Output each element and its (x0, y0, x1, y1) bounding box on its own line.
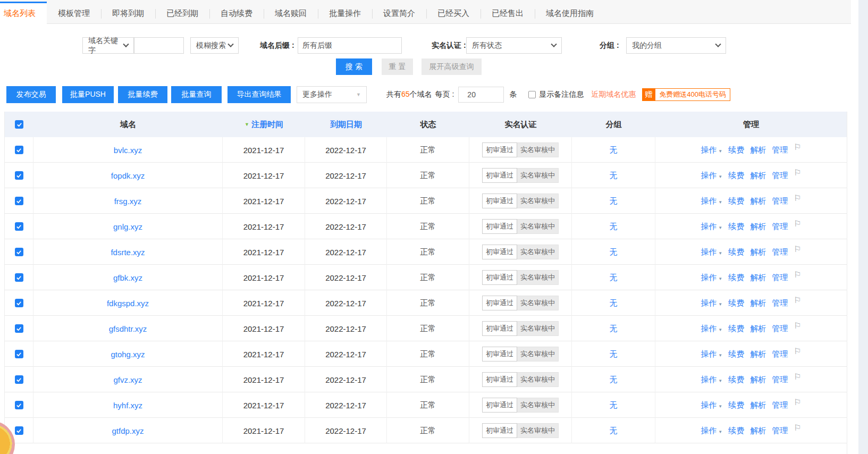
flag-icon[interactable]: ⚐ (794, 142, 801, 152)
renew-link[interactable]: 续费 (728, 196, 744, 206)
flag-icon[interactable]: ⚐ (794, 167, 801, 178)
row-checkbox[interactable] (15, 350, 23, 358)
renew-link[interactable]: 续费 (728, 426, 744, 436)
operate-dropdown-link[interactable]: 操作▼ (701, 171, 722, 181)
row-checkbox[interactable] (15, 299, 23, 307)
operate-dropdown-link[interactable]: 操作▼ (701, 375, 722, 385)
tab-item[interactable]: 即将到期 (101, 2, 155, 23)
batch-push-button[interactable]: 批量PUSH (62, 86, 114, 103)
publish-trade-button[interactable]: 发布交易 (6, 86, 56, 103)
flag-icon[interactable]: ⚐ (794, 244, 801, 254)
row-checkbox[interactable] (15, 273, 23, 282)
manage-link[interactable]: 管理 (772, 298, 788, 308)
group-link[interactable]: 无 (610, 222, 618, 232)
flag-icon[interactable]: ⚐ (794, 270, 801, 280)
manage-link[interactable]: 管理 (772, 349, 788, 359)
renew-link[interactable]: 续费 (728, 222, 744, 232)
row-checkbox[interactable] (15, 426, 23, 435)
renew-link[interactable]: 续费 (728, 171, 744, 181)
group-link[interactable]: 无 (610, 324, 618, 334)
renew-link[interactable]: 续费 (728, 273, 744, 283)
row-checkbox[interactable] (15, 248, 23, 256)
flag-icon[interactable]: ⚐ (794, 295, 801, 305)
group-link[interactable]: 无 (610, 247, 618, 257)
promo-link[interactable]: 近期域名优惠 (591, 90, 636, 99)
manage-link[interactable]: 管理 (772, 375, 788, 385)
renew-link[interactable]: 续费 (728, 298, 744, 308)
manage-link[interactable]: 管理 (772, 145, 788, 155)
group-link[interactable]: 无 (610, 400, 618, 410)
per-page-input[interactable] (458, 87, 504, 103)
batch-renew-button[interactable]: 批量续费 (118, 86, 167, 103)
dns-resolve-link[interactable]: 解析 (750, 196, 766, 206)
group-link[interactable]: 无 (610, 349, 618, 359)
group-link[interactable]: 无 (610, 196, 618, 206)
gift-promo[interactable]: 赠 免费赠送400电话号码 (642, 88, 730, 101)
manage-link[interactable]: 管理 (772, 400, 788, 410)
tab-item[interactable]: 域名列表 (0, 2, 47, 24)
operate-dropdown-link[interactable]: 操作▼ (701, 222, 722, 232)
renew-link[interactable]: 续费 (728, 247, 744, 257)
group-link[interactable]: 无 (610, 298, 618, 308)
row-checkbox[interactable] (15, 197, 23, 205)
dns-resolve-link[interactable]: 解析 (750, 145, 766, 155)
dns-resolve-link[interactable]: 解析 (750, 222, 766, 232)
row-checkbox[interactable] (15, 401, 23, 409)
operate-dropdown-link[interactable]: 操作▼ (701, 324, 722, 334)
dns-resolve-link[interactable]: 解析 (750, 298, 766, 308)
row-checkbox[interactable] (15, 324, 23, 333)
operate-dropdown-link[interactable]: 操作▼ (701, 349, 722, 359)
flag-icon[interactable]: ⚐ (794, 423, 801, 433)
scrollbar-track[interactable] (858, 0, 868, 454)
flag-icon[interactable]: ⚐ (794, 346, 801, 356)
tab-item[interactable]: 域名赎回 (264, 2, 318, 23)
dns-resolve-link[interactable]: 解析 (750, 324, 766, 334)
manage-link[interactable]: 管理 (772, 247, 788, 257)
renew-link[interactable]: 续费 (728, 145, 744, 155)
tab-item[interactable]: 设置简介 (372, 2, 426, 23)
tab-item[interactable]: 已经到期 (155, 2, 209, 23)
manage-link[interactable]: 管理 (772, 196, 788, 206)
domain-link[interactable]: gtfdp.xyz (112, 426, 144, 435)
dns-resolve-link[interactable]: 解析 (750, 400, 766, 410)
flag-icon[interactable]: ⚐ (794, 321, 801, 331)
suffix-input[interactable] (298, 37, 402, 54)
group-link[interactable]: 无 (610, 426, 618, 436)
header-reg-date[interactable]: ▼ 注册时间 (223, 120, 305, 130)
flag-icon[interactable]: ⚐ (794, 372, 801, 382)
tab-item[interactable]: 已经售出 (481, 2, 535, 23)
tab-item[interactable]: 域名使用指南 (535, 2, 605, 23)
search-button[interactable]: 搜 索 (336, 58, 372, 75)
flag-icon[interactable]: ⚐ (794, 397, 801, 407)
dns-resolve-link[interactable]: 解析 (750, 375, 766, 385)
show-remark-checkbox[interactable] (528, 91, 536, 98)
search-mode-select[interactable]: 模糊搜索 (190, 37, 239, 54)
manage-link[interactable]: 管理 (772, 222, 788, 232)
domain-link[interactable]: frsg.xyz (114, 197, 142, 206)
tab-item[interactable]: 批量操作 (318, 2, 372, 23)
renew-link[interactable]: 续费 (728, 349, 744, 359)
group-link[interactable]: 无 (610, 273, 618, 283)
advanced-query-button[interactable]: 展开高级查询 (422, 58, 482, 75)
dns-resolve-link[interactable]: 解析 (750, 349, 766, 359)
domain-link[interactable]: gfsdhtr.xyz (109, 324, 147, 333)
operate-dropdown-link[interactable]: 操作▼ (701, 273, 722, 283)
domain-link[interactable]: gtohg.xyz (111, 350, 145, 359)
domain-link[interactable]: gnlg.xyz (113, 222, 142, 231)
row-checkbox[interactable] (15, 222, 23, 231)
reset-button[interactable]: 重 置 (382, 58, 413, 75)
renew-link[interactable]: 续费 (728, 400, 744, 410)
tab-item[interactable]: 已经买入 (426, 2, 481, 23)
domain-link[interactable]: gfbk.xyz (113, 273, 142, 282)
tab-item[interactable]: 自动续费 (209, 2, 264, 23)
dns-resolve-link[interactable]: 解析 (750, 171, 766, 181)
group-select[interactable]: 我的分组 (626, 37, 726, 54)
export-results-button[interactable]: 导出查询结果 (227, 86, 291, 103)
auth-status-select[interactable]: 所有状态 (466, 37, 562, 54)
domain-link[interactable]: hyhf.xyz (113, 401, 142, 410)
dns-resolve-link[interactable]: 解析 (750, 273, 766, 283)
operate-dropdown-link[interactable]: 操作▼ (701, 426, 722, 436)
manage-link[interactable]: 管理 (772, 426, 788, 436)
operate-dropdown-link[interactable]: 操作▼ (701, 196, 722, 206)
header-expire-date[interactable]: 到期日期 (305, 120, 387, 130)
